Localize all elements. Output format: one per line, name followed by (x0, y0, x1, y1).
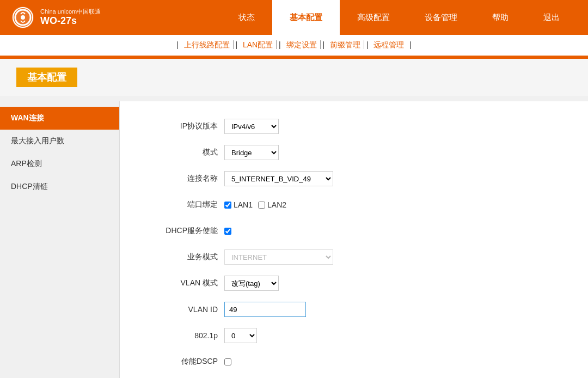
connection-name-select[interactable]: 5_INTERNET_B_VID_49 1_VOIP_B_VID_50 (224, 171, 333, 186)
vlan-id-row: VLAN ID (152, 301, 555, 318)
vlan-mode-control: 改写(tag) 透传 不处理 (224, 276, 279, 291)
svg-point-2 (21, 15, 25, 20)
lan2-label: LAN2 (267, 200, 286, 209)
subnav-wan-config[interactable]: 上行线路配置 (181, 40, 234, 49)
lan1-checkbox-label[interactable]: LAN1 (224, 200, 253, 209)
subnav-bind-settings[interactable]: 绑定设置 (283, 40, 321, 49)
subnav-prefix-mgmt[interactable]: 前缀管理 (327, 40, 364, 49)
model-name: WO-27s (40, 15, 101, 27)
nav-basic-config[interactable]: 基本配置 (272, 0, 340, 35)
nav-help[interactable]: 帮助 (475, 0, 526, 35)
ip-protocol-select[interactable]: IPv4/v6 IPv4 IPv6 (224, 119, 279, 134)
ip-protocol-row: IP协议版本 IPv4/v6 IPv4 IPv6 (152, 118, 555, 135)
main-form: IP协议版本 IPv4/v6 IPv4 IPv6 模式 Bridge Route… (120, 101, 588, 378)
unicom-logo-icon (11, 5, 35, 29)
sidebar-item-arp[interactable]: ARP检测 (0, 153, 119, 175)
lan1-label: LAN1 (234, 200, 253, 209)
dscp-control (224, 358, 231, 365)
sidebar-item-max-users[interactable]: 最大接入用户数 (0, 130, 119, 153)
service-mode-row: 业务模式 INTERNET VOIP OTHER (152, 248, 555, 266)
lan1-checkbox[interactable] (224, 202, 231, 209)
page-title: 基本配置 (16, 68, 77, 87)
dhcp-row: DHCP服务使能 (152, 222, 555, 240)
sidebar-item-dhcp[interactable]: DHCP清链 (0, 175, 119, 198)
mode-control: Bridge Route PPPoE (224, 145, 279, 160)
ip-protocol-label: IP协议版本 (152, 121, 218, 131)
mode-row: 模式 Bridge Route PPPoE (152, 144, 555, 161)
vlan-mode-select[interactable]: 改写(tag) 透传 不处理 (224, 276, 279, 291)
connection-name-label: 连接名称 (152, 174, 218, 184)
ip-protocol-control: IPv4/v6 IPv4 IPv6 (224, 119, 279, 134)
header: China unicom中国联通 WO-27s 状态 基本配置 高级配置 设备管… (0, 0, 588, 35)
nav-device-mgmt[interactable]: 设备管理 (407, 0, 475, 35)
nav-logout[interactable]: 退出 (526, 0, 577, 35)
vlan-mode-row: VLAN 模式 改写(tag) 透传 不处理 (152, 275, 555, 292)
dscp-checkbox[interactable] (224, 358, 231, 365)
mode-select[interactable]: Bridge Route PPPoE (224, 145, 279, 160)
sub-navigation: | 上行线路配置 | LAN配置 | 绑定设置 | 前缀管理 | 远程管理 | (0, 35, 588, 57)
sidebar: WAN连接 最大接入用户数 ARP检测 DHCP清链 (0, 101, 120, 378)
content-area: WAN连接 最大接入用户数 ARP检测 DHCP清链 IP协议版本 IPv4/v… (0, 101, 588, 378)
service-mode-select[interactable]: INTERNET VOIP OTHER (224, 249, 333, 265)
port-bind-control: LAN1 LAN2 (224, 200, 286, 209)
page-title-bar: 基本配置 (0, 59, 588, 96)
nav-status[interactable]: 状态 (221, 0, 272, 35)
subnav-lan-config[interactable]: LAN配置 (240, 40, 277, 49)
main-nav: 状态 基本配置 高级配置 设备管理 帮助 退出 (120, 0, 577, 35)
dot1p-control: 0 1 2 3 4 5 6 7 (224, 328, 257, 343)
dscp-row: 传能DSCP (152, 353, 555, 370)
nav-advanced-config[interactable]: 高级配置 (340, 0, 407, 35)
dhcp-control (224, 228, 231, 235)
dot1p-label: 802.1p (152, 331, 218, 340)
vlan-id-input[interactable] (224, 302, 306, 317)
dot1p-row: 802.1p 0 1 2 3 4 5 6 7 (152, 327, 555, 344)
lan2-checkbox-label[interactable]: LAN2 (258, 200, 286, 209)
subnav-remote-mgmt[interactable]: 远程管理 (370, 40, 407, 49)
port-bind-row: 端口绑定 LAN1 LAN2 (152, 196, 555, 214)
logo: China unicom中国联通 WO-27s (11, 5, 120, 29)
vlan-mode-label: VLAN 模式 (152, 278, 218, 288)
vlan-id-control (224, 302, 306, 317)
connection-name-control: 5_INTERNET_B_VID_49 1_VOIP_B_VID_50 (224, 171, 333, 186)
vlan-id-label: VLAN ID (152, 305, 218, 314)
brand-name: China unicom中国联通 (40, 8, 101, 15)
dhcp-checkbox[interactable] (224, 228, 231, 235)
sidebar-item-wan[interactable]: WAN连接 (0, 107, 119, 130)
lan2-checkbox[interactable] (258, 202, 265, 209)
dhcp-label: DHCP服务使能 (152, 226, 218, 236)
service-mode-control: INTERNET VOIP OTHER (224, 249, 333, 265)
mode-label: 模式 (152, 148, 218, 157)
service-mode-label: 业务模式 (152, 252, 218, 262)
connection-name-row: 连接名称 5_INTERNET_B_VID_49 1_VOIP_B_VID_50 (152, 170, 555, 187)
port-bind-label: 端口绑定 (152, 200, 218, 210)
dscp-label: 传能DSCP (152, 357, 218, 367)
dot1p-select[interactable]: 0 1 2 3 4 5 6 7 (224, 328, 257, 343)
